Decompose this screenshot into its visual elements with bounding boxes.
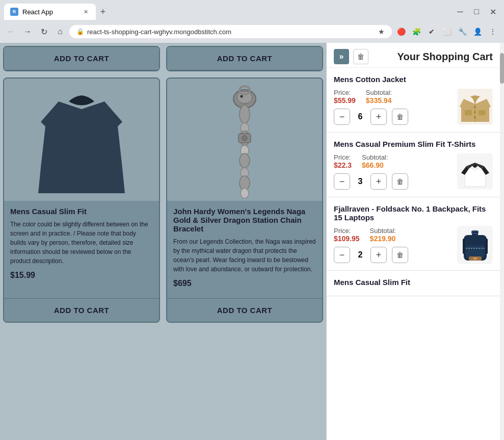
add-to-cart-btn-2[interactable]: ADD TO CART: [167, 298, 322, 322]
product-info-1: Mens Casual Slim Fit The color could be …: [4, 201, 159, 298]
cart-item-image-1: [457, 89, 493, 124]
subtotal-label-1: Subtotal:: [366, 89, 392, 96]
menu-icon[interactable]: ⋮: [486, 24, 500, 39]
title-bar: R React App ✕ + ─ □ ✕: [0, 0, 504, 20]
cart-item-2: Mens Casual Premium Slim Fit T-Shirts Pr…: [327, 133, 500, 197]
address-bar[interactable]: 🔒 react-ts-shopping-cart-wghyv.mongodbst…: [69, 25, 392, 38]
product-desc-2: From our Legends Collection, the Naga wa…: [173, 237, 316, 274]
price-label-2: Price:: [334, 153, 352, 161]
svg-point-3: [237, 91, 252, 103]
bookmark-icon[interactable]: ★: [378, 28, 385, 36]
cart-header: » 🗑 Your Shopping Cart: [327, 43, 500, 68]
svg-rect-33: [473, 257, 477, 260]
svg-rect-31: [486, 239, 488, 254]
product-grid: Mens Casual Slim Fit The color could be …: [0, 74, 326, 326]
increment-btn-3[interactable]: +: [370, 247, 387, 263]
scrollbar[interactable]: [500, 43, 504, 440]
svg-rect-18: [465, 110, 472, 115]
product-card-top-2: ADD TO CART: [166, 46, 323, 71]
quantity-controls-1: − 6 + 🗑: [334, 109, 452, 125]
add-to-cart-btn-1[interactable]: ADD TO CART: [4, 298, 159, 322]
browser-toolbar-icons: 🔴 🧩 ✔ ⬜ 🔧 👤 ⋮: [394, 24, 500, 39]
new-tab-button[interactable]: +: [96, 5, 110, 19]
trash-icon: 🗑: [357, 53, 364, 61]
subtotal-value-3: $219.90: [370, 235, 396, 243]
tab-title: React App: [22, 8, 53, 16]
bracelet-image: [194, 81, 296, 198]
increment-btn-2[interactable]: +: [370, 173, 387, 190]
cart-title: Your Shopping Cart: [397, 51, 493, 63]
tshirt-svg: [459, 153, 492, 189]
cart-item-name-1: Mens Cotton Jacket: [334, 75, 493, 84]
svg-point-23: [474, 116, 476, 118]
tab-favicon: R: [10, 8, 18, 16]
cart-item-image-2: [457, 153, 493, 189]
window-minimize[interactable]: ─: [453, 5, 467, 19]
increment-btn-1[interactable]: +: [370, 109, 387, 125]
quantity-value-1: 6: [355, 112, 365, 121]
price-value-3: $109.95: [334, 235, 360, 243]
product-name-1: Mens Casual Slim Fit: [10, 207, 153, 216]
cart-panel: » 🗑 Your Shopping Cart Mens Cotton Jacke…: [326, 43, 504, 440]
home-button[interactable]: ⌂: [53, 24, 67, 39]
add-to-cart-top-1[interactable]: ADD TO CART: [4, 47, 159, 70]
price-label-1: Price:: [334, 89, 356, 96]
browser-tab[interactable]: R React App ✕: [4, 4, 96, 20]
product-price-2: $695: [173, 279, 316, 288]
cart-item-4: Mens Casual Slim Fit: [327, 271, 500, 296]
nav-bar: ← → ↻ ⌂ 🔒 react-ts-shopping-cart-wghyv.m…: [0, 20, 504, 43]
checkmark-icon[interactable]: ✔: [425, 24, 439, 39]
jacket-svg: [459, 89, 492, 124]
svg-point-22: [474, 111, 476, 113]
product-list: ADD TO CART ADD TO CART: [0, 43, 326, 440]
svg-point-14: [241, 188, 249, 198]
delete-btn-3[interactable]: 🗑: [392, 247, 408, 263]
scrollbar-thumb: [500, 53, 504, 84]
tab-close-button[interactable]: ✕: [82, 8, 90, 16]
product-card-top-1: ADD TO CART: [3, 46, 160, 71]
delete-btn-1[interactable]: 🗑: [392, 109, 408, 125]
profile-icon[interactable]: 👤: [470, 24, 485, 39]
main-content: ADD TO CART ADD TO CART: [0, 43, 504, 440]
decrement-btn-2[interactable]: −: [334, 173, 350, 190]
subtotal-label-3: Subtotal:: [370, 227, 396, 235]
product-card-1: Mens Casual Slim Fit The color could be …: [3, 77, 160, 323]
decrement-btn-1[interactable]: −: [334, 109, 350, 125]
monitor-icon[interactable]: ⬜: [440, 24, 454, 39]
product-price-1: $15.99: [10, 271, 153, 280]
puzzle-icon[interactable]: 🧩: [409, 24, 423, 39]
add-to-cart-top-2[interactable]: ADD TO CART: [167, 47, 322, 70]
back-button[interactable]: ←: [4, 24, 18, 39]
svg-point-11: [240, 153, 250, 168]
subtotal-value-2: $66.90: [362, 161, 388, 169]
browser-chrome: R React App ✕ + ─ □ ✕ ← → ↻ ⌂ 🔒 react-ts…: [0, 0, 504, 43]
cart-clear-button[interactable]: 🗑: [353, 49, 368, 64]
extensions-icon[interactable]: 🔴: [394, 24, 408, 39]
cart-item-3: Fjallraven - Foldsack No. 1 Backpack, Fi…: [327, 197, 500, 271]
product-name-2: John Hardy Women's Legends Naga Gold & S…: [173, 207, 316, 233]
svg-rect-28: [466, 245, 485, 258]
quantity-controls-2: − 3 + 🗑: [334, 173, 452, 190]
refresh-button[interactable]: ↻: [37, 24, 51, 39]
product-card-2: John Hardy Women's Legends Naga Gold & S…: [166, 77, 323, 323]
delete-btn-2[interactable]: 🗑: [392, 173, 408, 190]
svg-point-16: [242, 136, 247, 141]
subtotal-label-2: Subtotal:: [362, 153, 388, 161]
backpack-svg: [459, 226, 492, 264]
cart-item-1: Mens Cotton Jacket Price: $55.99 Subtota…: [327, 68, 500, 133]
decrement-btn-3[interactable]: −: [334, 247, 350, 263]
cart-item-image-3: [457, 227, 493, 263]
subtotal-value-1: $335.94: [366, 96, 392, 105]
svg-rect-19: [479, 110, 486, 115]
puzzle2-icon[interactable]: 🔧: [455, 24, 469, 39]
forward-button[interactable]: →: [20, 24, 35, 39]
cart-item-name-4: Mens Casual Slim Fit: [334, 278, 493, 287]
cart-toggle-button[interactable]: »: [334, 49, 349, 64]
cart-item-name-3: Fjallraven - Foldsack No. 1 Backpack, Fi…: [334, 204, 493, 222]
window-close[interactable]: ✕: [486, 5, 500, 19]
dark-shirt-image: [31, 81, 132, 198]
window-maximize[interactable]: □: [469, 5, 484, 19]
quantity-controls-3: − 2 + 🗑: [334, 247, 452, 263]
svg-point-21: [474, 106, 476, 108]
quantity-value-2: 3: [355, 177, 365, 186]
